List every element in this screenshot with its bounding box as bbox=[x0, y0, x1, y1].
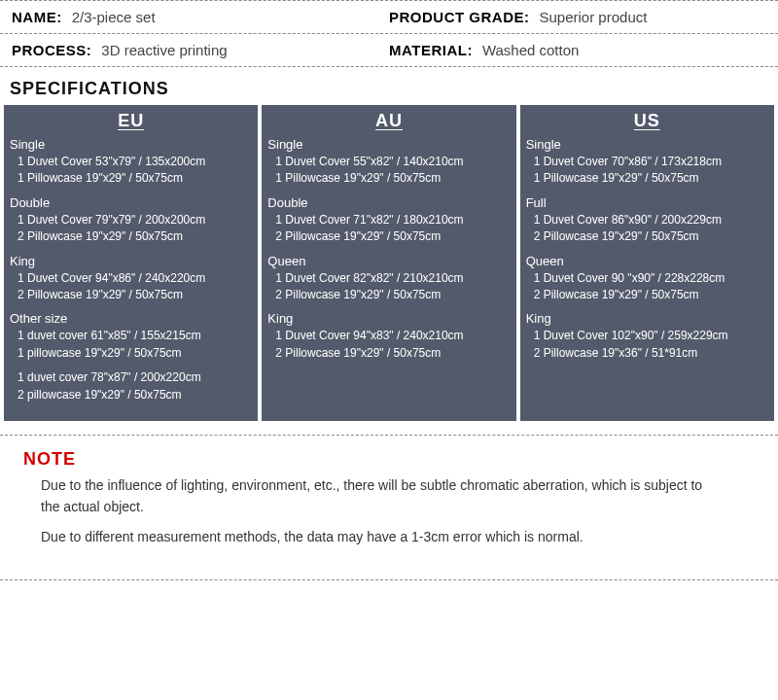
size-line: 2 Pillowcase 19"x29" / 50x75cm bbox=[526, 287, 768, 303]
size-name: Double bbox=[10, 195, 252, 210]
header-row-2: PROCESS: 3D reactive printing MATERIAL: … bbox=[0, 34, 778, 67]
size-line: 2 Pillowcase 19"x29" / 50x75cm bbox=[526, 228, 768, 245]
spacer bbox=[10, 362, 252, 369]
size-line: 1 duvet cover 61"x85" / 155x215cm bbox=[10, 328, 252, 344]
size-line: 1 Duvet Cover 94"x83" / 240x210cm bbox=[267, 328, 510, 344]
au-king: King 1 Duvet Cover 94"x83" / 240x210cm 2… bbox=[267, 311, 510, 362]
name-cell: NAME: 2/3-piece set bbox=[12, 9, 389, 25]
size-name: Queen bbox=[526, 254, 768, 268]
size-name: Full bbox=[526, 195, 768, 210]
size-line: 1 duvet cover 78"x87" / 200x220cm bbox=[10, 369, 252, 386]
region-eu-title: EU bbox=[10, 111, 252, 131]
size-line: 1 Duvet Cover 55"x82" / 140x210cm bbox=[267, 154, 510, 170]
size-line: 1 Duvet Cover 53"x79" / 135x200cm bbox=[10, 154, 252, 170]
note-paragraph-2: Due to different measurement methods, th… bbox=[23, 527, 712, 548]
eu-other: Other size 1 duvet cover 61"x85" / 155x2… bbox=[10, 311, 252, 403]
size-line: 2 Pillowcase 19"x29" / 50x75cm bbox=[10, 287, 252, 303]
material-cell: MATERIAL: Washed cotton bbox=[389, 42, 766, 58]
size-name: Single bbox=[267, 137, 510, 152]
process-label: PROCESS: bbox=[12, 42, 91, 58]
region-spec-grid: EU Single 1 Duvet Cover 53"x79" / 135x20… bbox=[0, 105, 778, 421]
size-line: 1 Duvet Cover 79"x79" / 200x200cm bbox=[10, 212, 252, 228]
eu-king: King 1 Duvet Cover 94"x86" / 240x220cm 2… bbox=[10, 254, 252, 304]
grade-cell: PRODUCT GRADE: Superior product bbox=[389, 9, 766, 25]
size-line: 1 Pillowcase 19"x29" / 50x75cm bbox=[526, 170, 768, 187]
grade-value: Superior product bbox=[540, 9, 648, 25]
size-line: 2 Pillowcase 19"x29" / 50x75cm bbox=[267, 228, 510, 245]
size-line: 1 Duvet Cover 82"x82" / 210x210cm bbox=[267, 270, 510, 287]
size-line: 2 Pillowcase 19"x29" / 50x75cm bbox=[267, 287, 510, 303]
name-label: NAME: bbox=[12, 9, 62, 25]
region-us-title: US bbox=[526, 111, 768, 131]
size-name: Single bbox=[10, 137, 252, 152]
grade-label: PRODUCT GRADE: bbox=[389, 9, 530, 25]
specifications-title: SPECIFICATIONS bbox=[0, 67, 778, 105]
eu-double: Double 1 Duvet Cover 79"x79" / 200x200cm… bbox=[10, 195, 252, 246]
au-double: Double 1 Duvet Cover 71"x82" / 180x210cm… bbox=[267, 195, 510, 246]
size-line: 2 Pillowcase 19"x29" / 50x75cm bbox=[267, 345, 510, 362]
size-line: 1 Duvet Cover 90 "x90" / 228x228cm bbox=[526, 270, 768, 287]
region-au-title: AU bbox=[267, 111, 510, 131]
size-line: 1 Duvet Cover 71"x82" / 180x210cm bbox=[267, 212, 510, 228]
process-value: 3D reactive printing bbox=[101, 42, 227, 58]
note-title: NOTE bbox=[23, 449, 755, 470]
size-line: 1 pillowcase 19"x29" / 50x75cm bbox=[10, 345, 252, 362]
size-name: King bbox=[267, 311, 510, 326]
header-row-1: NAME: 2/3-piece set PRODUCT GRADE: Super… bbox=[0, 0, 778, 34]
note-section: NOTE Due to the influence of lighting, e… bbox=[0, 436, 778, 580]
size-line: 1 Pillowcase 19"x29" / 50x75cm bbox=[10, 170, 252, 187]
size-name: King bbox=[10, 254, 252, 268]
eu-single: Single 1 Duvet Cover 53"x79" / 135x200cm… bbox=[10, 137, 252, 188]
size-name: Double bbox=[267, 195, 510, 210]
name-value: 2/3-piece set bbox=[72, 9, 156, 25]
size-line: 2 Pillowcase 19"x36" / 51*91cm bbox=[526, 345, 768, 362]
au-single: Single 1 Duvet Cover 55"x82" / 140x210cm… bbox=[267, 137, 510, 188]
size-name: King bbox=[526, 311, 768, 326]
au-queen: Queen 1 Duvet Cover 82"x82" / 210x210cm … bbox=[267, 254, 510, 304]
size-name: Other size bbox=[10, 311, 252, 326]
size-line: 1 Duvet Cover 94"x86" / 240x220cm bbox=[10, 270, 252, 287]
us-king: King 1 Duvet Cover 102"x90" / 259x229cm … bbox=[526, 311, 768, 362]
size-line: 1 Duvet Cover 86"x90" / 200x229cm bbox=[526, 212, 768, 228]
size-name: Queen bbox=[267, 254, 510, 268]
note-paragraph-1: Due to the influence of lighting, enviro… bbox=[23, 475, 712, 517]
product-spec-document: NAME: 2/3-piece set PRODUCT GRADE: Super… bbox=[0, 0, 778, 580]
process-cell: PROCESS: 3D reactive printing bbox=[12, 42, 389, 58]
size-line: 1 Duvet Cover 70"x86" / 173x218cm bbox=[526, 154, 768, 170]
material-label: MATERIAL: bbox=[389, 42, 473, 58]
us-queen: Queen 1 Duvet Cover 90 "x90" / 228x228cm… bbox=[526, 254, 768, 304]
size-line: 2 pillowcase 19"x29" / 50x75cm bbox=[10, 387, 252, 403]
size-name: Single bbox=[526, 137, 768, 152]
region-eu: EU Single 1 Duvet Cover 53"x79" / 135x20… bbox=[4, 105, 258, 421]
region-au: AU Single 1 Duvet Cover 55"x82" / 140x21… bbox=[262, 105, 515, 421]
us-single: Single 1 Duvet Cover 70"x86" / 173x218cm… bbox=[526, 137, 768, 188]
size-line: 2 Pillowcase 19"x29" / 50x75cm bbox=[10, 228, 252, 245]
size-line: 1 Duvet Cover 102"x90" / 259x229cm bbox=[526, 328, 768, 344]
size-line: 1 Pillowcase 19"x29" / 50x75cm bbox=[267, 170, 510, 187]
region-us: US Single 1 Duvet Cover 70"x86" / 173x21… bbox=[520, 105, 774, 421]
material-value: Washed cotton bbox=[482, 42, 580, 58]
us-full: Full 1 Duvet Cover 86"x90" / 200x229cm 2… bbox=[526, 195, 768, 246]
